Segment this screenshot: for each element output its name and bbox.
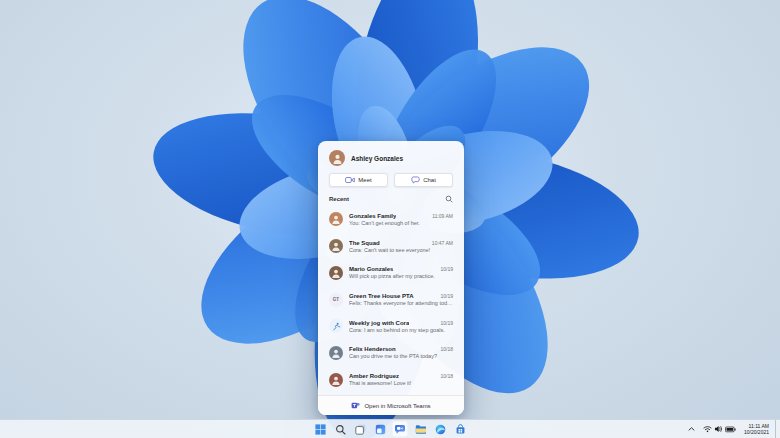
recent-label: Recent <box>329 196 349 202</box>
battery-icon <box>725 426 736 433</box>
show-desktop-button[interactable] <box>775 420 778 438</box>
windows-logo-icon <box>315 424 326 435</box>
conversation-name: Mario Gonzales <box>349 266 393 272</box>
flyout-header: Ashley Gonzales <box>318 141 464 173</box>
open-in-teams-button[interactable]: Open in Microsoft Teams <box>318 395 464 415</box>
taskbar: 11:11 AM 10/20/2021 <box>0 419 780 438</box>
chat-button-label: Chat <box>423 177 436 183</box>
conversation-time: 10/18 <box>440 346 453 352</box>
conversation-row[interactable]: Gonzales Family11:09 AM You: Can't get e… <box>318 206 464 233</box>
taskbar-center-icons <box>312 420 468 438</box>
quick-settings-button[interactable] <box>701 421 738 437</box>
conversation-name: The Squad <box>349 240 380 246</box>
file-explorer-icon <box>415 424 426 435</box>
conversation-time: 10/19 <box>440 293 453 299</box>
conversation-preview: Will pick up pizza after my practice. <box>349 273 453 279</box>
conversation-preview: You: Can't get enough of her. <box>349 220 453 226</box>
teams-chat-icon <box>394 424 406 435</box>
conversation-row[interactable]: Felix Henderson10/18 Can you drive me to… <box>318 340 464 367</box>
search-button[interactable] <box>332 421 348 437</box>
widgets-icon <box>375 424 386 435</box>
search-icon <box>335 424 346 435</box>
chat-button-taskbar[interactable] <box>392 421 408 437</box>
task-view-icon <box>355 424 366 435</box>
conversation-row[interactable]: Amber Rodriguez10/18 That is awesome! Lo… <box>318 366 464 393</box>
widgets-button[interactable] <box>372 421 388 437</box>
user-name: Ashley Gonzales <box>351 155 403 162</box>
chat-button[interactable]: Chat <box>394 173 453 187</box>
chat-bubble-icon <box>411 176 420 184</box>
hidden-icons-button[interactable] <box>686 421 697 437</box>
store-button[interactable] <box>452 421 468 437</box>
meet-button-label: Meet <box>358 177 371 183</box>
avatar <box>329 266 343 280</box>
conversation-row[interactable]: Weekly jog with Cora10/19 Cora: I am so … <box>318 313 464 340</box>
conversation-time: 10/19 <box>440 320 453 326</box>
conversation-time: 10:47 AM <box>432 240 453 246</box>
wifi-icon <box>703 425 712 433</box>
clock-date: 10/20/2021 <box>744 429 769 436</box>
conversation-time: 10/18 <box>440 373 453 379</box>
system-tray: 11:11 AM 10/20/2021 <box>686 420 780 438</box>
recent-header: Recent <box>318 187 464 206</box>
conversation-name: Amber Rodriguez <box>349 373 399 379</box>
microsoft-store-icon <box>455 424 466 435</box>
user-avatar[interactable] <box>329 150 345 166</box>
group-initials-avatar: GT <box>329 293 343 307</box>
conversation-preview: That is awesome! Love it! <box>349 380 453 386</box>
edge-button[interactable] <box>432 421 448 437</box>
search-icon[interactable] <box>445 195 453 203</box>
conversation-preview: Cora: Can't wait to see everyone! <box>349 247 453 253</box>
avatar <box>329 212 343 226</box>
conversation-row[interactable]: Mario Gonzales10/19 Will pick up pizza a… <box>318 259 464 286</box>
conversation-row[interactable]: GT Green Tree House PTA10/19 Felix: Than… <box>318 286 464 313</box>
video-camera-icon <box>345 176 355 184</box>
avatar <box>329 239 343 253</box>
clock[interactable]: 11:11 AM 10/20/2021 <box>742 423 771 436</box>
conversation-row[interactable]: The Squad10:47 AM Cora: Can't wait to se… <box>318 233 464 260</box>
avatar-initials: GT <box>333 297 340 302</box>
open-in-teams-label: Open in Microsoft Teams <box>364 403 430 409</box>
meet-button[interactable]: Meet <box>329 173 388 187</box>
conversation-preview: Cora: I am so behind on my step goals. <box>349 327 453 333</box>
teams-chat-flyout: Ashley Gonzales Meet Chat Recent <box>318 141 464 415</box>
conversation-list: Gonzales Family11:09 AM You: Can't get e… <box>318 206 464 395</box>
volume-icon <box>714 425 723 433</box>
flyout-actions: Meet Chat <box>318 173 464 187</box>
conversation-name: Weekly jog with Cora <box>349 320 409 326</box>
conversation-preview: Felix: Thanks everyone for attending tod… <box>349 300 453 306</box>
desktop: Ashley Gonzales Meet Chat Recent <box>0 0 780 438</box>
file-explorer-button[interactable] <box>412 421 428 437</box>
chevron-up-icon <box>688 426 695 432</box>
avatar <box>329 346 343 360</box>
conversation-name: Felix Henderson <box>349 346 396 352</box>
conversation-time: 10/19 <box>440 266 453 272</box>
teams-logo-icon <box>351 401 360 410</box>
task-view-button[interactable] <box>352 421 368 437</box>
conversation-name: Green Tree House PTA <box>349 293 414 299</box>
edge-browser-icon <box>435 424 446 435</box>
avatar <box>329 373 343 387</box>
jog-event-avatar <box>329 319 343 333</box>
conversation-name: Gonzales Family <box>349 213 396 219</box>
conversation-time: 11:09 AM <box>432 213 453 219</box>
conversation-preview: Can you drive me to the PTA today? <box>349 353 453 359</box>
start-button[interactable] <box>312 421 328 437</box>
